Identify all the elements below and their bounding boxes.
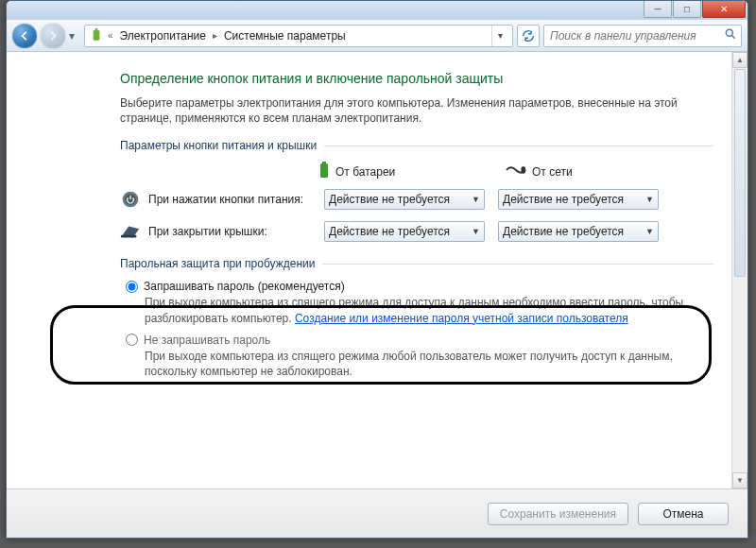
nav-back-button[interactable] <box>12 24 37 48</box>
radio-no-password-input[interactable] <box>126 334 138 346</box>
breadcrumb[interactable]: « Электропитание ▸ Системные параметры ▾ <box>84 25 513 47</box>
svg-rect-4 <box>322 162 326 163</box>
radio-no-password-desc: При выходе компьютера из спящего режима … <box>145 349 713 379</box>
svg-rect-1 <box>95 28 98 30</box>
radio-require-password: Запрашивать пароль (рекомендуется) При в… <box>126 280 713 325</box>
breadcrumb-chevron-icon: ▸ <box>211 30 219 41</box>
search-box[interactable] <box>543 25 742 47</box>
vertical-scrollbar[interactable]: ▲ ▼ <box>731 52 747 488</box>
chevron-down-icon: ▼ <box>472 195 480 204</box>
column-ac: От сети <box>506 164 636 179</box>
combo-lid-close-battery[interactable]: Действие не требуется▼ <box>324 221 485 242</box>
svg-rect-8 <box>121 235 137 238</box>
scroll-down-icon[interactable]: ▼ <box>732 472 747 488</box>
close-button[interactable]: ✕ <box>702 1 746 18</box>
row-power-button: При нажатии кнопки питания: Действие не … <box>120 189 713 210</box>
chevron-down-icon: ▼ <box>645 195 654 204</box>
radio-require-password-input[interactable] <box>126 281 138 293</box>
maximize-button[interactable]: □ <box>673 1 701 18</box>
footer: Сохранить изменения Отмена <box>7 488 747 538</box>
power-plan-icon <box>89 28 104 43</box>
column-battery: От батареи <box>318 162 449 181</box>
save-button[interactable]: Сохранить изменения <box>488 503 628 525</box>
radio-no-password: Не запрашивать пароль При выходе компьют… <box>126 334 713 379</box>
window-frame: ─ □ ✕ ▾ « Электропитание ▸ Системные пар… <box>6 0 748 539</box>
search-input[interactable] <box>548 28 720 43</box>
breadcrumb-sep-icon: « <box>106 30 115 41</box>
row-lid-close: При закрытии крышки: Действие не требует… <box>120 221 713 242</box>
radio-require-password-label[interactable]: Запрашивать пароль (рекомендуется) <box>144 280 345 293</box>
link-create-change-password[interactable]: Создание или изменение пароля учетной за… <box>295 312 628 325</box>
combo-power-button-ac[interactable]: Действие не требуется▼ <box>498 189 659 210</box>
chevron-down-icon: ▼ <box>645 227 654 236</box>
svg-rect-0 <box>94 30 100 41</box>
nav-history-dropdown[interactable]: ▾ <box>69 29 80 43</box>
power-button-icon <box>120 189 141 210</box>
combo-power-button-battery[interactable]: Действие не требуется▼ <box>324 189 485 210</box>
plug-icon <box>506 164 526 179</box>
minimize-button[interactable]: ─ <box>644 1 672 18</box>
page-title: Определение кнопок питания и включение п… <box>120 71 713 86</box>
group-password-protection: Парольная защита при пробуждении <box>120 257 713 270</box>
svg-rect-5 <box>522 167 526 174</box>
svg-point-2 <box>726 29 732 36</box>
content-area: Определение кнопок питания и включение п… <box>7 52 747 488</box>
chevron-down-icon: ▼ <box>472 227 480 236</box>
nav-forward-button[interactable] <box>41 24 65 48</box>
breadcrumb-item-power[interactable]: Электропитание <box>117 29 209 43</box>
titlebar[interactable]: ─ □ ✕ <box>7 1 747 20</box>
laptop-lid-icon <box>120 221 141 242</box>
search-icon[interactable] <box>724 27 737 43</box>
scroll-up-icon[interactable]: ▲ <box>732 52 747 68</box>
page-lead: Выберите параметры электропитания для эт… <box>120 95 713 126</box>
svg-rect-3 <box>320 163 328 178</box>
combo-lid-close-ac[interactable]: Действие не требуется▼ <box>498 221 659 242</box>
cancel-button[interactable]: Отмена <box>638 503 729 525</box>
battery-icon <box>318 162 330 181</box>
refresh-button[interactable] <box>517 25 540 47</box>
radio-require-password-desc: При выходе компьютера из спящего режима … <box>145 295 713 325</box>
radio-no-password-label[interactable]: Не запрашивать пароль <box>144 334 270 347</box>
breadcrumb-item-system-settings[interactable]: Системные параметры <box>221 29 349 43</box>
breadcrumb-dropdown-icon[interactable]: ▾ <box>491 26 508 46</box>
scroll-thumb[interactable] <box>734 69 746 277</box>
navbar: ▾ « Электропитание ▸ Системные параметры… <box>7 20 747 52</box>
group-buttons-lid: Параметры кнопки питания и крышки <box>120 139 713 152</box>
